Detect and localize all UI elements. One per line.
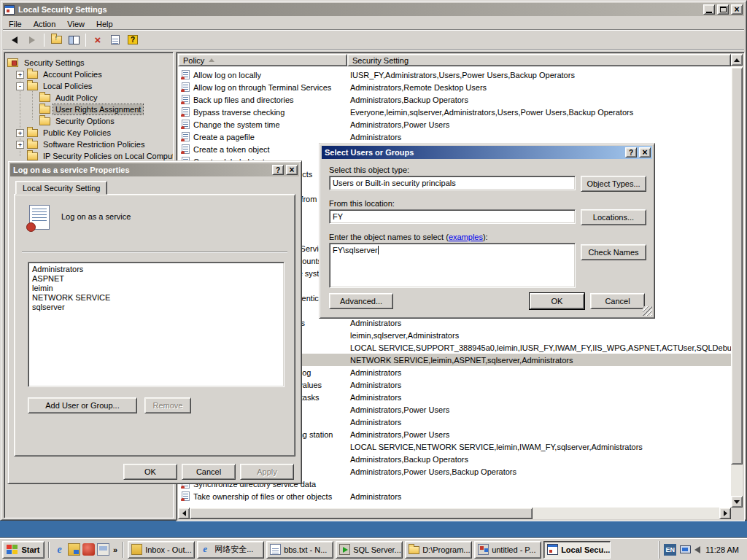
tree-item-account-policies[interactable]: +Account Policies: [4, 69, 173, 80]
taskbar-button-local-secu[interactable]: Local Secu...: [543, 541, 611, 559]
tab-local-security-setting[interactable]: Local Security Setting: [15, 181, 107, 195]
vertical-scrollbar[interactable]: [731, 54, 743, 508]
outlook-icon[interactable]: [68, 543, 80, 556]
properties-dialog-titlebar[interactable]: Log on as a service Properties: [10, 163, 299, 176]
horizontal-scrollbar[interactable]: [178, 508, 731, 519]
up-one-level-icon[interactable]: [47, 33, 65, 47]
members-listbox[interactable]: AdministratorsASPNETleiminNETWORK SERVIC…: [28, 262, 285, 387]
policy-row-allow-log-on-through-terminal-services[interactable]: Allow log on through Terminal ServicesAd…: [178, 81, 731, 93]
show-hide-console-tree-icon[interactable]: [65, 33, 82, 47]
maximize-button[interactable]: [717, 4, 729, 15]
ie-icon[interactable]: [53, 543, 66, 556]
column-header-security-setting[interactable]: Security Setting: [347, 54, 731, 66]
member-item-network-service[interactable]: NETWORK SERVICE: [30, 293, 282, 303]
policy-row-take-ownership-of-files-or-other-objects[interactable]: Take ownership of files or other objects…: [178, 490, 731, 502]
ok-button[interactable]: OK: [530, 293, 584, 309]
tree-root-security-settings[interactable]: Security Settings: [4, 57, 173, 69]
start-button[interactable]: Start: [2, 541, 44, 559]
tree-item-user-rights-assignment[interactable]: +User Rights Assignment: [4, 104, 173, 115]
member-item-leimin[interactable]: leimin: [30, 284, 282, 293]
cancel-button[interactable]: Cancel: [590, 293, 645, 309]
taskbar-button-sql-server[interactable]: SQL Server...: [336, 541, 403, 559]
object-type-field[interactable]: Users or Built-in security principals: [329, 176, 576, 190]
close-button[interactable]: [731, 4, 743, 15]
policy-row-create-a-pagefile[interactable]: Create a pagefileAdministrators: [178, 131, 731, 143]
maximize-icon: [720, 7, 727, 12]
folder-icon: [27, 129, 38, 137]
forward-icon: [23, 33, 41, 47]
member-item-administrators[interactable]: Administrators: [30, 265, 282, 274]
location-label: From this location:: [329, 199, 395, 208]
location-field[interactable]: FY: [329, 209, 576, 224]
tree-item-local-policies[interactable]: -Local Policies: [4, 80, 173, 92]
policy-setting: Administrators,Power Users: [346, 430, 731, 439]
clock: 11:28 AM: [704, 545, 739, 554]
vertical-scroll-thumb[interactable]: [731, 67, 743, 464]
toolbar-separator: [44, 34, 44, 47]
taskbar-button-untitled-p[interactable]: untitled - P...: [474, 541, 541, 559]
scroll-right-icon[interactable]: [719, 508, 731, 519]
member-item-sqlserver[interactable]: sqlserver: [30, 303, 282, 312]
tree-item-audit-policy[interactable]: +Audit Policy: [4, 92, 173, 104]
policy-doc-icon: [182, 107, 190, 117]
close-button[interactable]: [286, 165, 298, 175]
tree-item-software-restriction-policies[interactable]: +Software Restriction Policies: [4, 139, 173, 150]
cancel-button[interactable]: Cancel: [182, 464, 236, 480]
help-icon[interactable]: ?: [124, 33, 142, 47]
outlook-icon: [131, 544, 142, 555]
object-types-button[interactable]: Object Types...: [581, 176, 646, 192]
taskbar-button-bbs-txt-n[interactable]: bbs.txt - N...: [266, 541, 333, 559]
show-desktop-icon[interactable]: [97, 543, 109, 556]
help-button[interactable]: [625, 147, 637, 158]
member-item-aspnet[interactable]: ASPNET: [30, 274, 282, 284]
taskbar-button-d-program[interactable]: D:\Program...: [405, 541, 472, 559]
policy-setting: Administrators,Backup Operators: [346, 455, 731, 464]
advanced-button[interactable]: Advanced...: [329, 293, 393, 309]
expand-toggle-icon[interactable]: +: [16, 71, 24, 79]
add-user-or-group-button[interactable]: Add User or Group...: [28, 397, 137, 413]
delete-icon[interactable]: [89, 33, 107, 47]
network-icon[interactable]: [680, 545, 691, 553]
taskbar-button-[interactable]: 网络安全...: [197, 541, 264, 559]
folder-icon: [39, 117, 50, 125]
language-indicator[interactable]: EN: [664, 544, 676, 556]
menu-view[interactable]: View: [61, 18, 90, 28]
check-names-button[interactable]: Check Names: [581, 244, 646, 260]
folder-icon: [27, 82, 38, 90]
select-dialog-titlebar[interactable]: Select Users or Groups: [322, 146, 652, 159]
scroll-left-icon[interactable]: [178, 508, 190, 519]
tree-item-security-options[interactable]: +Security Options: [4, 115, 173, 127]
policy-row-change-the-system-time[interactable]: Change the system timeAdministrators,Pow…: [178, 118, 731, 131]
media-icon[interactable]: [82, 543, 95, 556]
scroll-up-icon[interactable]: [731, 54, 743, 66]
ok-button[interactable]: OK: [123, 464, 177, 480]
policy-row-bypass-traverse-checking[interactable]: Bypass traverse checkingEveryone,leimin,…: [178, 106, 731, 118]
close-button[interactable]: [639, 147, 651, 158]
back-icon[interactable]: [6, 33, 23, 47]
menu-help[interactable]: Help: [90, 18, 119, 28]
menu-file[interactable]: File: [3, 18, 28, 28]
column-header-policy[interactable]: Policy: [178, 54, 347, 66]
horizontal-scroll-thumb[interactable]: [190, 508, 533, 519]
window-titlebar[interactable]: Local Security Settings: [3, 3, 744, 16]
menu-action[interactable]: Action: [28, 18, 62, 28]
examples-link[interactable]: examples: [449, 233, 483, 241]
locations-button[interactable]: Locations...: [581, 209, 646, 225]
export-list-icon[interactable]: [107, 33, 124, 47]
expand-toggle-icon[interactable]: -: [16, 82, 24, 90]
tree-item-label: User Rights Assignment: [53, 104, 143, 114]
scroll-down-icon[interactable]: [731, 496, 743, 508]
policy-setting: NETWORK SERVICE,leimin,ASPNET,sqlserver,…: [346, 356, 731, 365]
expand-toggle-icon[interactable]: +: [16, 141, 24, 149]
minimize-button[interactable]: [703, 4, 715, 15]
object-names-input[interactable]: FY\sqlserver: [329, 243, 576, 288]
help-button[interactable]: [272, 165, 284, 175]
expand-toggle-icon[interactable]: +: [16, 129, 24, 137]
quick-launch-overflow-chevron[interactable]: »: [112, 545, 119, 554]
policy-row-allow-log-on-locally[interactable]: Allow log on locallyIUSR_FY,Administrato…: [178, 69, 731, 81]
policy-row-back-up-files-and-directories[interactable]: Back up files and directoriesAdministrat…: [178, 93, 731, 106]
volume-icon[interactable]: [694, 546, 700, 553]
tree-item-public-key-policies[interactable]: +Public Key Policies: [4, 127, 173, 139]
resize-grip[interactable]: [643, 306, 652, 316]
taskbar-button-inbox-out[interactable]: Inbox - Out...: [128, 541, 195, 559]
